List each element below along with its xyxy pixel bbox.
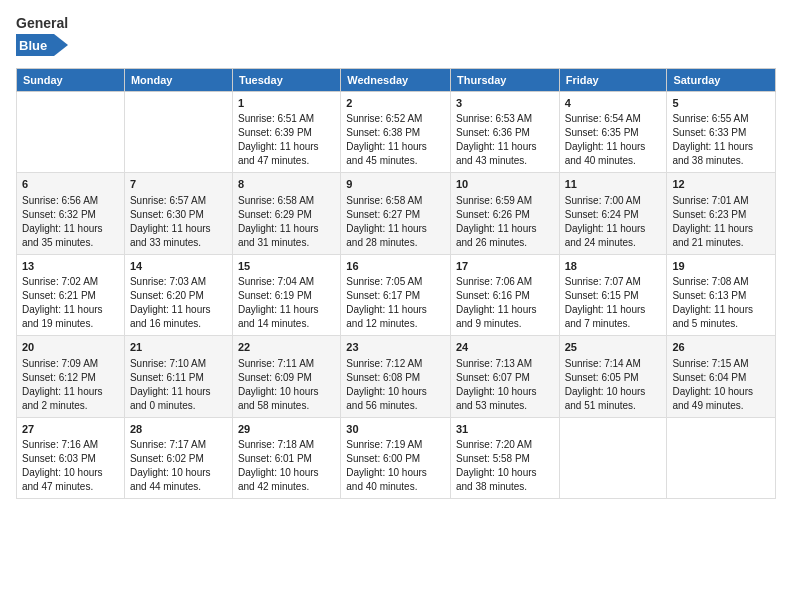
cell-text: and 45 minutes. xyxy=(346,154,445,168)
calendar-cell: 9Sunrise: 6:58 AMSunset: 6:27 PMDaylight… xyxy=(341,173,451,254)
cell-text: Sunset: 6:15 PM xyxy=(565,289,662,303)
calendar-cell xyxy=(17,92,125,173)
cell-text: Sunrise: 7:00 AM xyxy=(565,194,662,208)
cell-text: Daylight: 10 hours xyxy=(238,466,335,480)
cell-text: Daylight: 11 hours xyxy=(22,385,119,399)
cell-text: Daylight: 11 hours xyxy=(22,222,119,236)
day-number: 1 xyxy=(238,96,335,111)
cell-text: and 21 minutes. xyxy=(672,236,770,250)
cell-text: and 28 minutes. xyxy=(346,236,445,250)
cell-text: and 38 minutes. xyxy=(456,480,554,494)
cell-text: Sunrise: 7:18 AM xyxy=(238,438,335,452)
day-number: 3 xyxy=(456,96,554,111)
day-number: 21 xyxy=(130,340,227,355)
cell-text: and 9 minutes. xyxy=(456,317,554,331)
cell-text: and 58 minutes. xyxy=(238,399,335,413)
cell-text: Sunset: 6:39 PM xyxy=(238,126,335,140)
day-number: 29 xyxy=(238,422,335,437)
cell-text: Sunrise: 7:13 AM xyxy=(456,357,554,371)
cell-text: Sunrise: 7:08 AM xyxy=(672,275,770,289)
svg-text:General: General xyxy=(16,15,68,31)
cell-text: and 26 minutes. xyxy=(456,236,554,250)
calendar-table: Sunday Monday Tuesday Wednesday Thursday… xyxy=(16,68,776,499)
cell-text: Sunset: 6:32 PM xyxy=(22,208,119,222)
cell-text: and 2 minutes. xyxy=(22,399,119,413)
calendar-cell: 20Sunrise: 7:09 AMSunset: 6:12 PMDayligh… xyxy=(17,336,125,417)
cell-text: Sunrise: 6:53 AM xyxy=(456,112,554,126)
cell-text: and 47 minutes. xyxy=(22,480,119,494)
cell-text: Daylight: 11 hours xyxy=(456,140,554,154)
day-number: 23 xyxy=(346,340,445,355)
cell-text: and 14 minutes. xyxy=(238,317,335,331)
cell-text: Sunrise: 6:58 AM xyxy=(346,194,445,208)
day-number: 7 xyxy=(130,177,227,192)
day-number: 2 xyxy=(346,96,445,111)
cell-text: and 5 minutes. xyxy=(672,317,770,331)
cell-text: Sunrise: 7:11 AM xyxy=(238,357,335,371)
day-number: 6 xyxy=(22,177,119,192)
cell-text: Daylight: 11 hours xyxy=(565,303,662,317)
calendar-cell: 14Sunrise: 7:03 AMSunset: 6:20 PMDayligh… xyxy=(124,254,232,335)
cell-text: Sunrise: 7:02 AM xyxy=(22,275,119,289)
day-number: 10 xyxy=(456,177,554,192)
cell-text: Daylight: 11 hours xyxy=(346,303,445,317)
cell-text: Sunrise: 7:03 AM xyxy=(130,275,227,289)
logo: General Blue xyxy=(16,12,68,60)
cell-text: Sunset: 6:05 PM xyxy=(565,371,662,385)
day-number: 12 xyxy=(672,177,770,192)
cell-text: and 0 minutes. xyxy=(130,399,227,413)
day-number: 24 xyxy=(456,340,554,355)
header: General Blue xyxy=(16,12,776,60)
cell-text: Daylight: 10 hours xyxy=(130,466,227,480)
day-number: 8 xyxy=(238,177,335,192)
cell-text: and 38 minutes. xyxy=(672,154,770,168)
calendar-cell: 30Sunrise: 7:19 AMSunset: 6:00 PMDayligh… xyxy=(341,417,451,498)
cell-text: Sunset: 6:01 PM xyxy=(238,452,335,466)
cell-text: Sunset: 6:09 PM xyxy=(238,371,335,385)
calendar-cell: 6Sunrise: 6:56 AMSunset: 6:32 PMDaylight… xyxy=(17,173,125,254)
cell-text: Daylight: 11 hours xyxy=(238,140,335,154)
cell-text: Daylight: 10 hours xyxy=(22,466,119,480)
cell-text: Sunset: 6:00 PM xyxy=(346,452,445,466)
header-sunday: Sunday xyxy=(17,69,125,92)
day-number: 19 xyxy=(672,259,770,274)
calendar-cell: 19Sunrise: 7:08 AMSunset: 6:13 PMDayligh… xyxy=(667,254,776,335)
cell-text: Sunrise: 6:51 AM xyxy=(238,112,335,126)
cell-text: and 16 minutes. xyxy=(130,317,227,331)
calendar-cell: 26Sunrise: 7:15 AMSunset: 6:04 PMDayligh… xyxy=(667,336,776,417)
cell-text: and 24 minutes. xyxy=(565,236,662,250)
day-number: 28 xyxy=(130,422,227,437)
calendar-cell: 10Sunrise: 6:59 AMSunset: 6:26 PMDayligh… xyxy=(450,173,559,254)
day-number: 20 xyxy=(22,340,119,355)
cell-text: and 44 minutes. xyxy=(130,480,227,494)
cell-text: Sunset: 6:36 PM xyxy=(456,126,554,140)
cell-text: Sunset: 6:23 PM xyxy=(672,208,770,222)
calendar-cell: 15Sunrise: 7:04 AMSunset: 6:19 PMDayligh… xyxy=(233,254,341,335)
calendar-cell: 24Sunrise: 7:13 AMSunset: 6:07 PMDayligh… xyxy=(450,336,559,417)
cell-text: Daylight: 11 hours xyxy=(22,303,119,317)
cell-text: Sunset: 6:27 PM xyxy=(346,208,445,222)
cell-text: Sunrise: 6:57 AM xyxy=(130,194,227,208)
cell-text: Daylight: 11 hours xyxy=(130,385,227,399)
day-number: 5 xyxy=(672,96,770,111)
cell-text: Sunrise: 7:10 AM xyxy=(130,357,227,371)
cell-text: Daylight: 10 hours xyxy=(346,466,445,480)
cell-text: Sunset: 6:17 PM xyxy=(346,289,445,303)
cell-text: Daylight: 11 hours xyxy=(238,222,335,236)
cell-text: Sunrise: 7:14 AM xyxy=(565,357,662,371)
calendar-cell: 1Sunrise: 6:51 AMSunset: 6:39 PMDaylight… xyxy=(233,92,341,173)
cell-text: Daylight: 10 hours xyxy=(346,385,445,399)
cell-text: and 49 minutes. xyxy=(672,399,770,413)
cell-text: Sunrise: 7:04 AM xyxy=(238,275,335,289)
header-monday: Monday xyxy=(124,69,232,92)
cell-text: Daylight: 11 hours xyxy=(130,222,227,236)
cell-text: Daylight: 11 hours xyxy=(346,140,445,154)
cell-text: Sunset: 6:02 PM xyxy=(130,452,227,466)
cell-text: Sunset: 6:08 PM xyxy=(346,371,445,385)
calendar-cell xyxy=(124,92,232,173)
cell-text: and 19 minutes. xyxy=(22,317,119,331)
cell-text: Sunset: 6:24 PM xyxy=(565,208,662,222)
calendar-cell xyxy=(559,417,667,498)
main-container: General Blue Sunday Monday Tuesday Wedne… xyxy=(0,0,792,507)
cell-text: Daylight: 11 hours xyxy=(130,303,227,317)
